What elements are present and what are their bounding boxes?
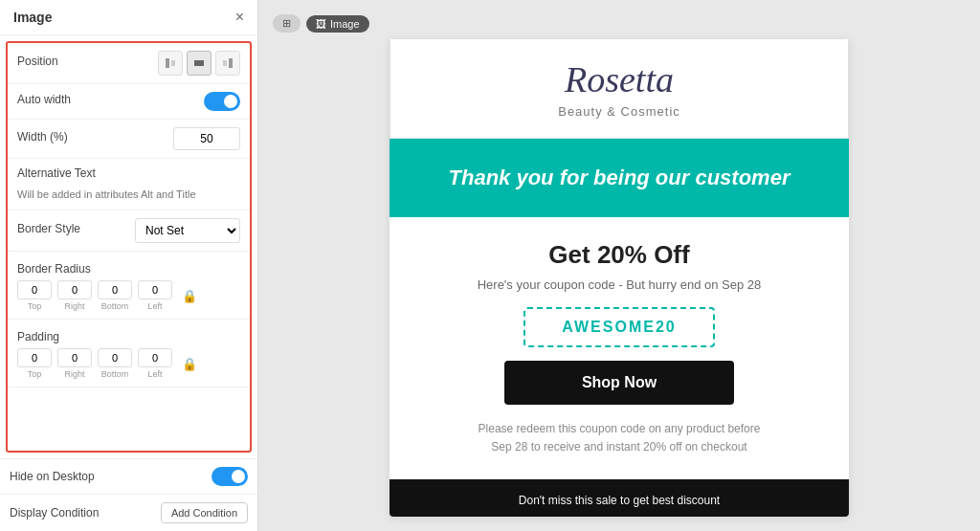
promo-subtitle: Here's your coupon code - But hurry end … bbox=[418, 277, 820, 292]
display-condition-row: Display Condition Add Condition bbox=[0, 494, 257, 531]
right-label: Right bbox=[64, 301, 84, 311]
add-condition-button[interactable]: Add Condition bbox=[161, 502, 248, 523]
hide-desktop-toggle[interactable] bbox=[212, 467, 248, 486]
width-input[interactable] bbox=[173, 127, 240, 150]
right-panel: ⊞ 🖼 Image Rosetta Beauty & Cosmetic Than… bbox=[258, 0, 980, 531]
padding-bottom-label: Bottom bbox=[101, 369, 129, 379]
display-condition-label: Display Condition bbox=[10, 506, 99, 520]
svg-rect-0 bbox=[166, 58, 169, 68]
border-style-select[interactable]: Not Set Solid Dashed Dotted bbox=[135, 218, 240, 243]
close-button[interactable]: × bbox=[235, 10, 244, 25]
position-icons bbox=[158, 51, 240, 76]
position-right-btn[interactable] bbox=[215, 51, 240, 76]
panel-header: Image × bbox=[0, 0, 257, 35]
border-radius-right-input[interactable] bbox=[57, 280, 92, 299]
logo-title: Rosetta bbox=[410, 58, 829, 102]
position-left-btn[interactable] bbox=[158, 51, 183, 76]
email-card: Rosetta Beauty & Cosmetic Thank you for … bbox=[390, 38, 849, 517]
svg-rect-3 bbox=[229, 58, 233, 68]
shop-now-button[interactable]: Shop Now bbox=[504, 361, 734, 405]
position-label: Position bbox=[17, 55, 58, 68]
padding-label: Padding bbox=[17, 330, 59, 343]
bottom-label: Bottom bbox=[101, 301, 129, 311]
border-style-field: Border Style Not Set Solid Dashed Dotted bbox=[8, 210, 250, 252]
footer-banner: Don't miss this sale to get best discoun… bbox=[390, 479, 849, 517]
banner-text: Thank you for being our customer bbox=[409, 166, 830, 190]
hide-desktop-row: Hide on Desktop bbox=[0, 458, 257, 494]
padding-left-input[interactable] bbox=[138, 348, 172, 367]
padding-right-input[interactable] bbox=[57, 348, 92, 367]
border-radius-field: Border Radius Top Right Bottom Left bbox=[8, 252, 250, 320]
border-radius-top-input[interactable] bbox=[17, 280, 52, 299]
border-radius-bottom-input[interactable] bbox=[98, 280, 132, 299]
auto-width-field: Auto width bbox=[8, 84, 250, 120]
padding-top-input[interactable] bbox=[17, 348, 52, 367]
svg-rect-4 bbox=[223, 60, 227, 66]
auto-width-toggle[interactable] bbox=[204, 92, 240, 111]
width-field: Width (%) bbox=[8, 120, 250, 159]
footer-text: Don't miss this sale to get best discoun… bbox=[519, 494, 720, 507]
coupon-code: AWESOME20 bbox=[523, 307, 715, 347]
hide-desktop-label: Hide on Desktop bbox=[10, 470, 95, 483]
border-radius-lock-icon[interactable]: 🔒 bbox=[182, 289, 197, 303]
panel-content: Position Auto width bbox=[6, 41, 252, 453]
teal-banner: Thank you for being our customer bbox=[390, 139, 849, 217]
auto-width-label: Auto width bbox=[17, 93, 71, 106]
position-field: Position bbox=[8, 43, 250, 84]
logo-section: Rosetta Beauty & Cosmetic bbox=[390, 38, 849, 139]
toolbar-image-pill[interactable]: 🖼 Image bbox=[306, 15, 369, 33]
border-style-label: Border Style bbox=[17, 222, 80, 235]
toolbar-grid-pill[interactable]: ⊞ bbox=[273, 14, 301, 33]
border-radius-left-input[interactable] bbox=[138, 280, 172, 299]
svg-rect-2 bbox=[194, 60, 204, 66]
position-center-btn[interactable] bbox=[187, 51, 212, 76]
padding-right-label: Right bbox=[64, 369, 84, 379]
alt-text-field: Alternative Text bbox=[8, 159, 250, 210]
border-radius-label: Border Radius bbox=[17, 262, 91, 276]
panel-title: Image bbox=[13, 10, 52, 25]
padding-lock-icon[interactable]: 🔒 bbox=[182, 357, 197, 371]
left-panel: Image × Position bbox=[0, 0, 258, 531]
top-label: Top bbox=[28, 301, 42, 311]
promo-section: Get 20% Off Here's your coupon code - Bu… bbox=[390, 217, 849, 479]
image-pill-label: Image bbox=[330, 18, 360, 30]
width-label: Width (%) bbox=[17, 130, 68, 144]
alt-text-input[interactable] bbox=[17, 187, 240, 202]
left-label: Left bbox=[147, 301, 162, 311]
padding-top-label: Top bbox=[28, 369, 42, 379]
promo-heading: Get 20% Off bbox=[418, 240, 820, 270]
padding-left-label: Left bbox=[147, 369, 162, 379]
padding-bottom-input[interactable] bbox=[98, 348, 132, 367]
toolbar-bar: ⊞ 🖼 Image bbox=[273, 14, 369, 33]
alt-text-label: Alternative Text bbox=[17, 166, 240, 180]
redeem-text: Please redeem this coupon code on any pr… bbox=[418, 420, 820, 456]
logo-subtitle: Beauty & Cosmetic bbox=[410, 104, 829, 119]
padding-field: Padding Top Right Bottom Left bbox=[8, 320, 250, 387]
grid-icon: ⊞ bbox=[282, 17, 291, 30]
image-pill-icon: 🖼 bbox=[316, 18, 326, 30]
svg-rect-1 bbox=[171, 60, 175, 66]
